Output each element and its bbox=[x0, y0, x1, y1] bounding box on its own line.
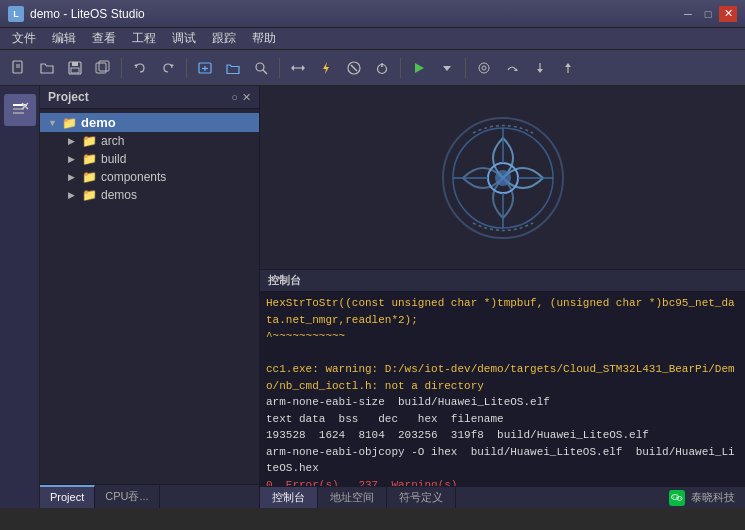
menu-project[interactable]: 工程 bbox=[124, 28, 164, 49]
arrow-icon-demos: ▶ bbox=[68, 190, 78, 200]
app-icon: L bbox=[8, 6, 24, 22]
folder-icon-build: 📁 bbox=[82, 152, 97, 166]
panel-close-button[interactable]: ✕ bbox=[242, 91, 251, 104]
folder-icon-components: 📁 bbox=[82, 170, 97, 184]
svg-point-26 bbox=[482, 66, 486, 70]
console-line-3 bbox=[266, 345, 739, 362]
console-line-6: text data bss dec hex filename bbox=[266, 411, 739, 428]
svg-point-13 bbox=[256, 63, 264, 71]
svg-point-49 bbox=[676, 496, 677, 497]
window-controls: ─ □ ✕ bbox=[679, 6, 737, 22]
menu-edit[interactable]: 编辑 bbox=[44, 28, 84, 49]
menu-trace[interactable]: 跟踪 bbox=[204, 28, 244, 49]
folder-icon-demo: 📁 bbox=[62, 116, 77, 130]
menu-debug[interactable]: 调试 bbox=[164, 28, 204, 49]
arrow-icon: ▼ bbox=[48, 118, 58, 128]
flash-button[interactable] bbox=[313, 55, 339, 81]
svg-point-48 bbox=[673, 496, 674, 497]
arrow-icon-build: ▶ bbox=[68, 154, 78, 164]
panel-controls: ○ ✕ bbox=[231, 91, 251, 104]
svg-point-51 bbox=[680, 498, 681, 499]
company-name: 泰晓科技 bbox=[691, 490, 735, 505]
run-button[interactable] bbox=[406, 55, 432, 81]
debug-step-into[interactable] bbox=[527, 55, 553, 81]
tree-item-components[interactable]: ▶ 📁 components bbox=[40, 168, 259, 186]
console-line-8: arm-none-eabi-objcopy -O ihex build/Huaw… bbox=[266, 444, 739, 477]
folder-icon-arch: 📁 bbox=[82, 134, 97, 148]
maximize-button[interactable]: □ bbox=[699, 6, 717, 22]
run-dropdown[interactable] bbox=[434, 55, 460, 81]
power-button[interactable] bbox=[369, 55, 395, 81]
editor-logo-area bbox=[260, 86, 745, 269]
save-button[interactable] bbox=[62, 55, 88, 81]
svg-point-50 bbox=[678, 498, 679, 499]
debug-step-over[interactable] bbox=[499, 55, 525, 81]
svg-point-25 bbox=[479, 63, 489, 73]
bottom-tab-address[interactable]: 地址空间 bbox=[318, 487, 387, 508]
side-panel: Project ○ ✕ ▼ 📁 demo ▶ 📁 arch ▶ 📁 bbox=[40, 86, 260, 508]
redo-button[interactable] bbox=[155, 55, 181, 81]
company-badge: 泰晓科技 bbox=[669, 490, 745, 506]
console-area[interactable]: HexStrToStr((const unsigned char *)tmpbu… bbox=[260, 291, 745, 486]
build-button[interactable] bbox=[285, 55, 311, 81]
save-all-button[interactable] bbox=[90, 55, 116, 81]
menu-file[interactable]: 文件 bbox=[4, 28, 44, 49]
menu-help[interactable]: 帮助 bbox=[244, 28, 284, 49]
panel-minimize-button[interactable]: ○ bbox=[231, 91, 238, 104]
target-button[interactable] bbox=[471, 55, 497, 81]
svg-line-20 bbox=[351, 65, 357, 71]
minimize-button[interactable]: ─ bbox=[679, 6, 697, 22]
tree-item-arch[interactable]: ▶ 📁 arch bbox=[40, 132, 259, 150]
search-button[interactable] bbox=[248, 55, 274, 81]
svg-marker-23 bbox=[415, 63, 424, 73]
tree-label-build: build bbox=[101, 152, 126, 166]
side-panel-title: Project bbox=[48, 90, 89, 104]
svg-rect-5 bbox=[71, 68, 79, 73]
open-project-button[interactable] bbox=[220, 55, 246, 81]
debug-step-out[interactable] bbox=[555, 55, 581, 81]
menu-view[interactable]: 查看 bbox=[84, 28, 124, 49]
toolbar-separator-2 bbox=[186, 58, 187, 78]
wechat-icon bbox=[669, 490, 685, 506]
toolbar-separator-3 bbox=[279, 58, 280, 78]
console-header: 控制台 bbox=[260, 269, 745, 291]
tree-item-demos[interactable]: ▶ 📁 demos bbox=[40, 186, 259, 204]
file-tree: ▼ 📁 demo ▶ 📁 arch ▶ 📁 build ▶ 📁 componen… bbox=[40, 109, 259, 484]
tree-label-demos: demos bbox=[101, 188, 137, 202]
side-tab-project[interactable]: Project bbox=[40, 485, 95, 508]
console-line-5: arm-none-eabi-size build/Huawei_LiteOS.e… bbox=[266, 394, 739, 411]
svg-marker-16 bbox=[291, 65, 294, 71]
svg-marker-31 bbox=[565, 63, 571, 67]
arrow-icon-arch: ▶ bbox=[68, 136, 78, 146]
window-title: demo - LiteOS Studio bbox=[30, 7, 145, 21]
side-panel-tabs: Project CPU吞... bbox=[40, 484, 259, 508]
bottom-tabs: 控制台 地址空间 符号定义 泰晓科技 bbox=[260, 486, 745, 508]
side-tab-cpu[interactable]: CPU吞... bbox=[95, 485, 159, 508]
console-line-4: cc1.exe: warning: D:/ws/iot-dev/demo/tar… bbox=[266, 361, 739, 394]
tree-item-build[interactable]: ▶ 📁 build bbox=[40, 150, 259, 168]
toolbar-separator-4 bbox=[400, 58, 401, 78]
title-left: L demo - LiteOS Studio bbox=[8, 6, 145, 22]
undo-button[interactable] bbox=[127, 55, 153, 81]
editor-area: 控制台 HexStrToStr((const unsigned char *)t… bbox=[260, 86, 745, 508]
close-button[interactable]: ✕ bbox=[719, 6, 737, 22]
svg-point-41 bbox=[495, 170, 511, 186]
open-file-button[interactable] bbox=[34, 55, 60, 81]
activity-explorer[interactable] bbox=[4, 94, 36, 126]
toolbar-separator-5 bbox=[465, 58, 466, 78]
bottom-tab-symbols[interactable]: 符号定义 bbox=[387, 487, 456, 508]
bottom-tab-console[interactable]: 控制台 bbox=[260, 487, 318, 508]
folder-icon-demos: 📁 bbox=[82, 188, 97, 202]
console-line-9: 0 Error(s), 237 Warning(s). bbox=[266, 477, 739, 487]
svg-marker-24 bbox=[443, 66, 451, 71]
liteos-logo bbox=[433, 108, 573, 248]
svg-line-14 bbox=[263, 70, 267, 74]
new-file-button[interactable] bbox=[6, 55, 32, 81]
stop-button[interactable] bbox=[341, 55, 367, 81]
new-project-button[interactable] bbox=[192, 55, 218, 81]
tree-item-demo[interactable]: ▼ 📁 demo bbox=[40, 113, 259, 132]
toolbar bbox=[0, 50, 745, 86]
arrow-icon-components: ▶ bbox=[68, 172, 78, 182]
tree-label-components: components bbox=[101, 170, 166, 184]
title-bar: L demo - LiteOS Studio ─ □ ✕ bbox=[0, 0, 745, 28]
